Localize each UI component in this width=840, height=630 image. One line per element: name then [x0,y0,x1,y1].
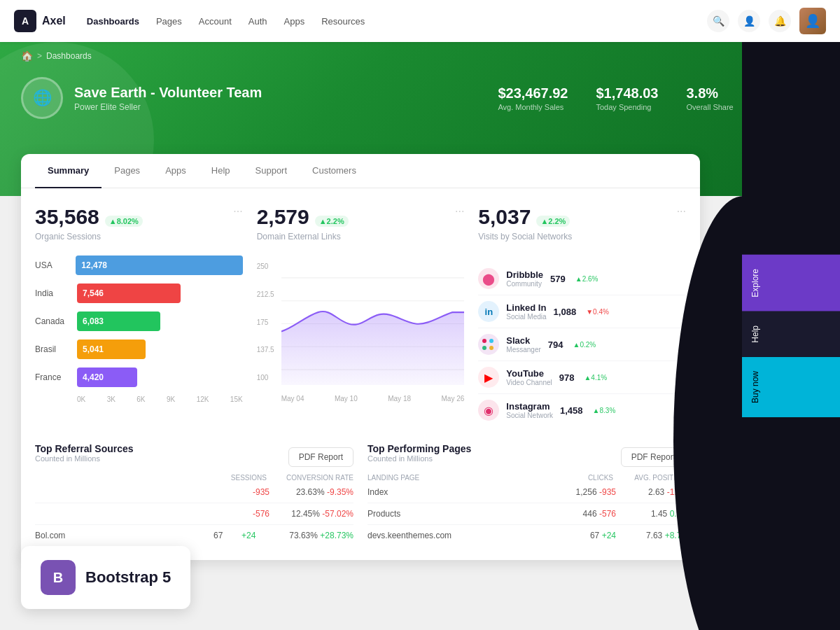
bar-axis: 0K 3K 6K 9K 12K 15K [35,396,243,403]
settings-button[interactable]: 🔔 [769,10,791,32]
bootstrap-card: B Bootstrap 5 [21,546,190,609]
help-button[interactable]: Help [742,312,840,357]
search-button[interactable]: 🔍 [707,10,729,32]
referral-row-1: -935 23.63% -9.35% [35,482,354,503]
stat-today-spending: $1,748.03 Today Spending [596,85,659,111]
social-more[interactable]: ··· [677,205,686,218]
dribbble-icon: ⬤ [478,268,499,289]
metrics-row: 35,568 ▲8.02% Organic Sessions ··· USA 1… [21,188,700,443]
domain-links-label: Domain External Links [257,232,349,241]
tab-support[interactable]: Support [243,154,300,188]
social-row-dribbble: ⬤ Dribbble Community 579 ▲2.6% [478,262,686,295]
nav-right: 🔍 👤 🔔 👤 [707,8,826,34]
bar-india: 7,546 [77,284,181,303]
nav-link-apps[interactable]: Apps [284,16,305,27]
page-wrapper: 🏠 > Dashboards 🌐 Save Earth - Volunteer … [0,42,840,630]
bar-usa: 12,478 [76,255,242,275]
social-row-linkedin: in Linked In Social Media 1,088 ▼0.4% [478,295,686,328]
organic-sessions-number: 35,568 [35,205,99,229]
bootstrap-text: Bootstrap 5 [85,568,171,587]
social-label: Visits by Social Networks [478,232,572,241]
bootstrap-icon: B [41,560,76,595]
bar-france: 4,420 [77,368,137,387]
bar-canada: 6,083 [77,312,160,331]
social-row-youtube: ▶ YouTube Video Channel 978 ▲4.1% [478,361,686,394]
tab-pages[interactable]: Pages [102,154,153,188]
nav-link-dashboards[interactable]: Dashboards [87,16,139,27]
metric-domain-links: 2,579 ▲2.2% Domain External Links ··· 25… [257,205,465,426]
bar-brasil: 5,041 [77,340,146,359]
instagram-icon: ◉ [478,400,499,421]
nav-link-auth[interactable]: Auth [248,16,267,27]
breadcrumb-current: Dashboards [46,51,92,61]
chart-y-axis: 250 212.5 175 137.5 100 [257,262,277,382]
top-pages-subtitle: Counted in Millions [368,454,471,463]
tab-apps[interactable]: Apps [153,154,199,188]
nav-link-resources[interactable]: Resources [321,16,365,27]
referral-row-2: -576 12.45% -57.02% [35,503,354,525]
tab-customers[interactable]: Customers [300,154,369,188]
page-row-products: Products 446 -576 1.45 0.32 [368,503,686,525]
bar-row-india: India 7,546 [35,284,243,303]
top-nav: A Axel Dashboards Pages Account Auth App… [0,0,840,42]
bar-row-usa: USA 12,478 [35,255,243,275]
tab-summary[interactable]: Summary [35,154,102,188]
page-row-index: Index 1,256 -935 2.63 -1.35 [368,482,686,503]
domain-links-more[interactable]: ··· [455,205,464,218]
bottom-section: Top Referral Sources Counted in Millions… [21,443,700,560]
instagram-info: Instagram Social Network [506,401,553,419]
stat-overall-share: 3.8% Overall Share [686,85,733,111]
slack-icon [478,334,499,355]
stat-monthly-sales: $23,467.92 Avg. Monthly Sales [498,85,568,111]
user-avatar[interactable]: 👤 [799,8,826,34]
social-row-instagram: ◉ Instagram Social Network 1,458 ▲8.3% [478,394,686,426]
stat-label-sales: Avg. Monthly Sales [498,103,568,111]
linkedin-info: Linked In Social Media [506,302,546,321]
top-pages-pdf-button[interactable]: PDF Report [621,447,686,467]
top-pages-panel: Top Performing Pages Counted in Millions… [368,443,686,546]
bar-row-canada: Canada 6,083 [35,312,243,331]
profile-info: Save Earth - Volunteer Team Power Elite … [74,85,262,112]
home-icon[interactable]: 🏠 [21,50,33,62]
linkedin-icon: in [478,301,499,322]
nav-links: Dashboards Pages Account Auth Apps Resou… [87,16,365,27]
profile-badge: Power Elite Seller [74,102,262,112]
organic-sessions-label: Organic Sessions [35,232,143,241]
social-list: ⬤ Dribbble Community 579 ▲2.6% in Linked… [478,262,686,426]
youtube-info: YouTube Video Channel [506,368,552,386]
domain-links-badge: ▲2.2% [315,216,349,227]
stat-value-sales: $23,467.92 [498,85,568,102]
stat-value-share: 3.8% [686,85,733,102]
breadcrumb-separator: > [37,51,42,61]
nav-link-pages[interactable]: Pages [156,16,182,27]
bar-row-france: France 4,420 [35,368,243,387]
youtube-icon: ▶ [478,367,499,388]
referral-title: Top Referral Sources [35,443,134,454]
chart-svg-area [281,262,465,385]
tab-help[interactable]: Help [199,154,243,188]
explore-button[interactable]: Explore [742,255,840,312]
referral-row-3: Bol.com 67 +24 73.63% +28.73% [35,525,354,546]
dribbble-info: Dribbble Community [506,270,543,288]
profile-name: Save Earth - Volunteer Team [74,85,262,101]
notifications-button[interactable]: 👤 [738,10,760,32]
chart-x-axis: May 04 May 10 May 18 May 26 [281,395,465,402]
logo-text: Axel [42,15,66,27]
bar-row-brasil: Brasil 5,041 [35,340,243,359]
organic-sessions-more[interactable]: ··· [233,205,242,218]
line-chart: 250 212.5 175 137.5 100 [257,262,465,402]
organic-sessions-badge: ▲8.02% [105,216,143,227]
stat-value-spending: $1,748.03 [596,85,659,102]
breadcrumb: 🏠 > Dashboards [0,42,840,70]
stat-label-share: Overall Share [686,103,733,111]
metric-social: 5,037 ▲2.2% Visits by Social Networks ··… [478,205,686,426]
referral-subtitle: Counted in Millions [35,454,134,463]
social-row-slack: Slack Messanger 794 ▲0.2% [478,328,686,361]
referral-pdf-button[interactable]: PDF Report [288,447,354,467]
referral-sources-panel: Top Referral Sources Counted in Millions… [35,443,354,546]
social-badge: ▲2.2% [536,216,570,227]
buy-now-button[interactable]: Buy now [742,357,840,417]
nav-link-account[interactable]: Account [199,16,232,27]
nav-logo[interactable]: A Axel [14,10,66,32]
page-row-devs: devs.keenthemes.com 67 +24 7.63 +8.73 [368,525,686,546]
